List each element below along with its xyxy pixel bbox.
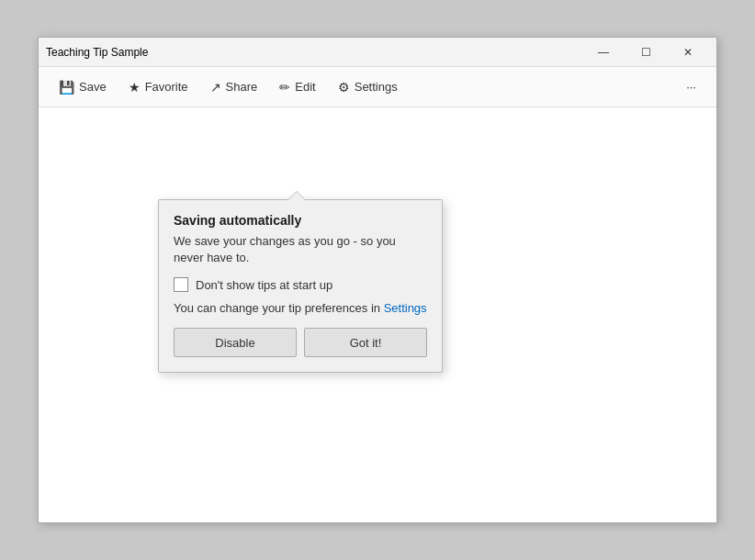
teaching-tip-arrow	[287, 191, 306, 200]
edit-icon: ✏	[279, 80, 290, 95]
save-button[interactable]: 💾 Save	[50, 75, 116, 99]
title-bar: Teaching Tip Sample — ☐ ✕	[39, 38, 716, 67]
teaching-tip-footer: Disable Got it!	[174, 328, 427, 361]
window-title: Teaching Tip Sample	[46, 46, 582, 59]
minimize-button[interactable]: —	[582, 38, 625, 67]
star-icon: ★	[129, 80, 141, 95]
dont-show-checkbox[interactable]	[174, 277, 188, 292]
teaching-tip-body: Saving automatically We save your change…	[159, 200, 442, 372]
more-icon: ···	[686, 80, 696, 94]
settings-label: Settings	[355, 80, 398, 94]
close-button[interactable]: ✕	[667, 38, 709, 67]
more-button[interactable]: ···	[677, 75, 705, 98]
app-window: Teaching Tip Sample — ☐ ✕ 💾 Save ★ Favor…	[38, 37, 717, 523]
disable-button[interactable]: Disable	[174, 328, 297, 357]
maximize-button[interactable]: ☐	[625, 38, 667, 67]
window-controls: — ☐ ✕	[582, 38, 709, 67]
settings-row: You can change your tip preferences in S…	[174, 301, 427, 315]
toolbar: 💾 Save ★ Favorite ↗ Share ✏ Edit ⚙ Setti…	[39, 67, 716, 107]
gear-icon: ⚙	[338, 80, 350, 95]
dont-show-label: Don't show tips at start up	[196, 278, 332, 292]
settings-toolbar-button[interactable]: ⚙ Settings	[329, 75, 407, 99]
favorite-button[interactable]: ★ Favorite	[119, 75, 197, 99]
save-icon: 💾	[59, 80, 74, 95]
share-icon: ↗	[210, 80, 221, 95]
share-label: Share	[226, 80, 258, 94]
teaching-tip-popup: Saving automatically We save your change…	[158, 199, 443, 373]
settings-link[interactable]: Settings	[384, 301, 427, 315]
save-label: Save	[79, 80, 107, 94]
gotit-button[interactable]: Got it!	[304, 328, 427, 357]
teaching-tip-title: Saving automatically	[174, 213, 427, 228]
edit-label: Edit	[295, 80, 315, 94]
teaching-tip-description: We save your changes as you go - so you …	[174, 233, 427, 266]
favorite-label: Favorite	[145, 80, 188, 94]
settings-text-before: You can change your tip preferences in	[174, 301, 384, 315]
content-area: Saving automatically We save your change…	[39, 107, 716, 522]
edit-button[interactable]: ✏ Edit	[270, 75, 324, 99]
checkbox-row: Don't show tips at start up	[174, 277, 427, 292]
share-button[interactable]: ↗ Share	[201, 75, 267, 99]
